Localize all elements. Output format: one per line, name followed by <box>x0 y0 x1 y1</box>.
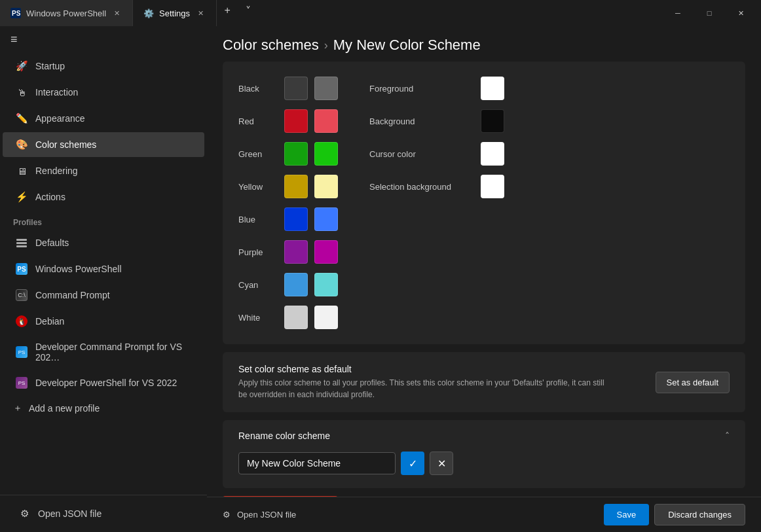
tab-powershell-close[interactable]: ✕ <box>111 8 122 18</box>
interaction-icon: 🖱 <box>16 86 28 98</box>
rename-input[interactable] <box>238 452 396 474</box>
sidebar-item-command-prompt[interactable]: C:\ Command Prompt <box>3 283 204 308</box>
sidebar-item-actions-label: Actions <box>35 192 65 202</box>
svg-text:PS: PS <box>12 10 21 17</box>
actions-icon: ⚡ <box>16 191 28 203</box>
color-background-label: Background <box>369 116 474 126</box>
color-cyan-dark-swatch[interactable] <box>284 273 308 296</box>
color-selection-label: Selection background <box>369 182 474 192</box>
sidebar-item-actions[interactable]: ⚡ Actions <box>3 185 204 209</box>
sidebar-item-windows-powershell[interactable]: PS Windows PowerShell <box>3 257 204 281</box>
new-tab-button[interactable]: + <box>217 0 238 21</box>
tab-settings[interactable]: ⚙️ Settings ✕ <box>133 0 217 26</box>
color-white-dark-swatch[interactable] <box>284 306 308 329</box>
color-row-yellow: Yellow <box>238 173 338 200</box>
dev-ps-icon: PS <box>16 377 28 389</box>
breadcrumb-current: My New Color Scheme <box>333 37 481 54</box>
startup-icon: 🚀 <box>16 60 28 72</box>
sidebar-item-interaction[interactable]: 🖱 Interaction <box>3 80 204 105</box>
maximize-button[interactable]: □ <box>694 3 724 24</box>
rename-chevron-icon: ˄ <box>725 431 730 441</box>
content-footer: ⚙ Open JSON file Save Discard changes <box>207 497 761 532</box>
color-cursor-label: Cursor color <box>369 149 474 159</box>
close-button[interactable]: ✕ <box>726 3 756 24</box>
color-row-green: Green <box>238 140 338 168</box>
sidebar-item-dev-cmd-label: Developer Command Prompt for VS 202… <box>35 342 191 363</box>
color-foreground-swatch[interactable] <box>481 77 504 100</box>
add-profile-button[interactable]: ＋ Add a new profile <box>0 396 207 421</box>
rename-body: ✓ ✕ <box>223 452 745 488</box>
color-row-foreground: Foreground <box>369 75 504 102</box>
set-as-default-button[interactable]: Set as default <box>656 372 730 393</box>
sidebar-item-interaction-label: Interaction <box>35 87 78 98</box>
cancel-icon: ✕ <box>437 457 446 470</box>
sidebar-item-debian-label: Debian <box>35 316 64 327</box>
color-background-swatch[interactable] <box>481 109 504 133</box>
sidebar-item-appearance[interactable]: ✏️ Appearance <box>3 106 204 131</box>
json-footer-label: Open JSON file <box>237 510 296 520</box>
color-blue-dark-swatch[interactable] <box>284 207 308 231</box>
color-purple-dark-swatch[interactable] <box>284 240 308 264</box>
sidebar-item-rendering[interactable]: 🖥 Rendering <box>3 158 204 183</box>
sidebar: ≡ 🚀 Startup 🖱 Interaction ✏️ Appearance … <box>0 26 207 532</box>
rendering-icon: 🖥 <box>16 165 28 177</box>
set-default-title: Set color scheme as default <box>238 364 605 374</box>
color-blue-light-swatch[interactable] <box>314 207 338 231</box>
open-json-footer-button[interactable]: ⚙ Open JSON file <box>223 510 296 520</box>
color-row-cyan: Cyan <box>238 271 338 298</box>
tab-settings-close[interactable]: ✕ <box>195 8 206 18</box>
color-black-light-swatch[interactable] <box>314 77 338 100</box>
rename-confirm-button[interactable]: ✓ <box>401 452 424 475</box>
tabs-area: PS Windows PowerShell ✕ ⚙️ Settings ✕ + … <box>0 0 658 26</box>
breadcrumb-separator: › <box>324 39 328 52</box>
tab-dropdown-button[interactable]: ˅ <box>238 0 259 21</box>
color-cyan-light-swatch[interactable] <box>314 273 338 296</box>
dev-cmd-icon: PS <box>16 346 28 358</box>
tab-settings-label: Settings <box>159 9 190 18</box>
sidebar-item-color-schemes-label: Color schemes <box>35 139 96 150</box>
color-grid-panel: Black Red Green <box>223 62 745 344</box>
appearance-icon: ✏️ <box>16 113 28 124</box>
save-button[interactable]: Save <box>604 504 650 525</box>
sidebar-item-dev-cmd[interactable]: PS Developer Command Prompt for VS 202… <box>3 335 204 369</box>
sidebar-item-defaults[interactable]: Defaults <box>3 230 204 255</box>
main-layout: ≡ 🚀 Startup 🖱 Interaction ✏️ Appearance … <box>0 26 761 532</box>
open-json-button[interactable]: ⚙ Open JSON file <box>5 501 202 526</box>
sidebar-item-color-schemes[interactable]: 🎨 Color schemes <box>3 132 204 157</box>
color-white-light-swatch[interactable] <box>314 306 338 329</box>
sidebar-footer: ⚙ Open JSON file <box>0 495 207 532</box>
color-red-dark-swatch[interactable] <box>284 109 308 133</box>
color-purple-light-swatch[interactable] <box>314 240 338 264</box>
sidebar-item-startup[interactable]: 🚀 Startup <box>3 54 204 79</box>
set-default-description: Apply this color scheme to all your prof… <box>238 377 605 400</box>
command-prompt-icon: C:\ <box>16 289 28 301</box>
tab-powershell[interactable]: PS Windows PowerShell ✕ <box>0 0 133 26</box>
color-cursor-swatch[interactable] <box>481 142 504 166</box>
color-blue-label: Blue <box>238 215 278 224</box>
sidebar-menu-button[interactable]: ≡ <box>0 26 207 53</box>
breadcrumb: Color schemes › My New Color Scheme <box>207 26 761 62</box>
sidebar-item-debian[interactable]: 🐧 Debian <box>3 309 204 334</box>
color-yellow-dark-swatch[interactable] <box>284 175 308 198</box>
color-green-dark-swatch[interactable] <box>284 142 308 166</box>
color-green-label: Green <box>238 149 278 159</box>
color-red-light-swatch[interactable] <box>314 109 338 133</box>
color-row-background: Background <box>369 107 504 135</box>
rename-cancel-button[interactable]: ✕ <box>430 452 453 475</box>
color-selection-swatch[interactable] <box>481 175 504 198</box>
color-row-purple: Purple <box>238 238 338 266</box>
sidebar-item-windows-powershell-label: Windows PowerShell <box>35 264 122 274</box>
powershell-icon: PS <box>10 8 21 18</box>
sidebar-item-dev-ps[interactable]: PS Developer PowerShell for VS 2022 <box>3 370 204 395</box>
hamburger-icon: ≡ <box>10 33 18 46</box>
discard-button[interactable]: Discard changes <box>654 504 745 525</box>
sidebar-item-command-prompt-label: Command Prompt <box>35 290 110 300</box>
rename-header[interactable]: Rename color scheme ˄ <box>223 420 745 452</box>
color-grid: Black Red Green <box>238 75 730 331</box>
minimize-button[interactable]: ─ <box>663 3 693 24</box>
profiles-section-label: Profiles <box>0 210 207 230</box>
color-yellow-light-swatch[interactable] <box>314 175 338 198</box>
settings-icon: ⚙️ <box>143 8 154 18</box>
color-green-light-swatch[interactable] <box>314 142 338 166</box>
color-black-dark-swatch[interactable] <box>284 77 308 100</box>
